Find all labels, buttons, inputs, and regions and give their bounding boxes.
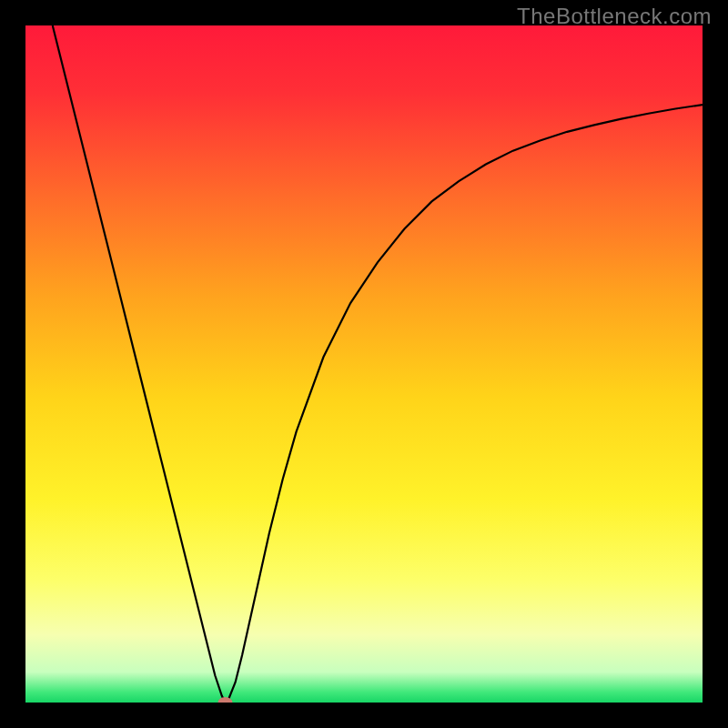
- chart-svg: [25, 25, 703, 703]
- plot-area: [25, 25, 703, 703]
- watermark-text: TheBottleneck.com: [517, 4, 712, 29]
- gradient-background: [25, 25, 703, 703]
- chart-frame: TheBottleneck.com: [0, 0, 728, 728]
